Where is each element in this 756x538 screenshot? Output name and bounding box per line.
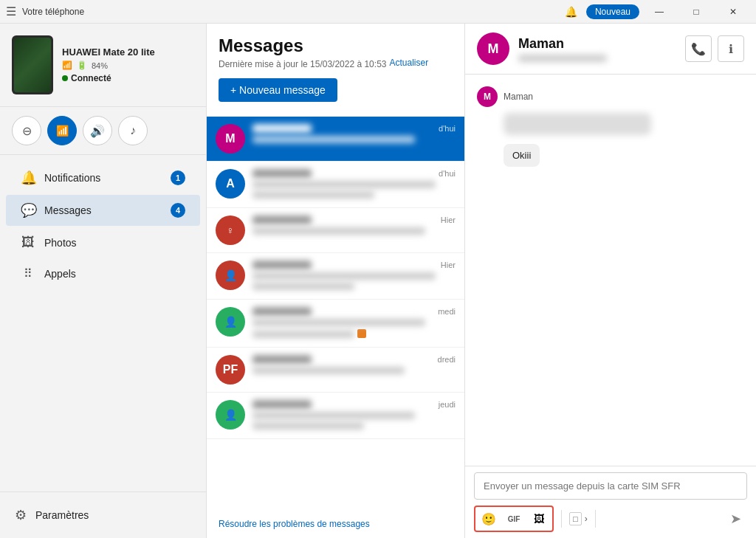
battery-icon: 🔋: [77, 61, 87, 70]
minimize-button[interactable]: —: [642, 0, 676, 24]
chat-toolbar: 🙂 GIF 🖼 □ › ➤: [474, 506, 747, 532]
conv-name-6: [252, 400, 312, 409]
conv-preview-4a: [252, 319, 425, 326]
hamburger-icon[interactable]: ☰: [6, 4, 16, 18]
messages-subtitle: Dernière mise à jour le 15/03/2022 à 10:…: [219, 59, 386, 69]
conv-time-4: medi: [438, 307, 456, 316]
chat-actions: 📞 ℹ: [685, 35, 744, 62]
connected-row: Connecté: [62, 73, 194, 83]
titlebar-right: 🔔 Nouveau — □ ✕: [565, 0, 750, 24]
conv-preview-6b: [252, 422, 364, 430]
conv-name-0: [252, 124, 312, 133]
appels-icon: ⠿: [21, 266, 35, 280]
actualiser-link[interactable]: Actualiser: [389, 58, 428, 68]
conversation-item-4[interactable]: 👤 medi: [207, 300, 464, 348]
messages-badge: 4: [171, 203, 185, 218]
conv-name-5: [252, 355, 312, 364]
tool-btn-group: 🙂 GIF 🖼: [474, 506, 554, 532]
msg-sender-name: Maman: [504, 92, 533, 102]
emoji-button[interactable]: 🙂: [477, 508, 501, 529]
titlebar: ☰ Votre téléphone 🔔 Nouveau — □ ✕: [0, 0, 756, 24]
sidebar-item-photos[interactable]: 🖼 Photos: [6, 227, 200, 258]
conversation-item-5[interactable]: PF dredi: [207, 348, 464, 393]
call-button[interactable]: 📞: [685, 35, 712, 62]
settings-item[interactable]: ⚙ Paramètres: [12, 501, 194, 529]
nouveau-button[interactable]: Nouveau: [586, 4, 639, 19]
signal-icon: 📶: [62, 61, 72, 70]
conv-preview-5: [252, 367, 405, 374]
restore-button[interactable]: □: [679, 0, 713, 24]
conv-preview-6a: [252, 412, 415, 419]
notifications-label: Notifications: [44, 172, 162, 184]
titlebar-left: ☰ Votre téléphone: [6, 4, 84, 18]
conversation-item-2[interactable]: ♀ Hier: [207, 208, 464, 253]
sim-selector[interactable]: □ ›: [569, 512, 588, 525]
message-group-0: M Maman: [477, 86, 744, 135]
msg-sender-avatar: M: [477, 86, 498, 107]
msg-sender-row-0: M Maman: [477, 86, 744, 107]
messages-label: Messages: [44, 204, 162, 216]
conv-time-0: d'hui: [439, 124, 456, 133]
conv-preview-4b: [252, 331, 354, 338]
app-body: HUAWEI Mate 20 lite 📶 🔋 84% Connecté ⊖ 📶…: [0, 24, 756, 538]
mute-button[interactable]: ⊖: [12, 116, 41, 145]
gif-button[interactable]: GIF: [502, 508, 526, 529]
send-button[interactable]: ➤: [724, 508, 747, 529]
conversation-item-3[interactable]: 👤 Hier: [207, 253, 464, 300]
volume-button[interactable]: 🔊: [83, 116, 112, 145]
conv-name-2: [252, 215, 312, 224]
settings-icon: ⚙: [15, 507, 27, 523]
chat-header: M Maman 📞 ℹ: [465, 24, 756, 75]
messages-title: Messages: [219, 35, 453, 56]
phone-status-row: 📶 🔋 84%: [62, 61, 194, 70]
conv-preview-1a: [252, 181, 436, 188]
conversation-item-6[interactable]: 👤 jeudi: [207, 393, 464, 439]
conv-time-2: Hier: [441, 215, 456, 224]
messages-subtitle-row: Dernière mise à jour le 15/03/2022 à 10:…: [219, 56, 453, 69]
close-button[interactable]: ✕: [716, 0, 750, 24]
messages-icon: 💬: [21, 202, 35, 218]
photos-label: Photos: [44, 237, 185, 249]
chat-input-area: 🙂 GIF 🖼 □ › ➤: [465, 466, 756, 538]
new-message-button[interactable]: + Nouveau message: [219, 78, 337, 102]
image-button[interactable]: 🖼: [527, 508, 551, 529]
sidebar-item-messages[interactable]: 💬 Messages 4: [6, 195, 200, 226]
conv-avatar-5: PF: [216, 355, 245, 384]
resolve-link[interactable]: Résoudre les problèmes de messages: [207, 510, 464, 538]
photos-icon: 🖼: [21, 235, 35, 250]
bell-icon[interactable]: 🔔: [565, 6, 577, 18]
conversation-item-0[interactable]: M d'hui: [207, 117, 464, 162]
controls: ⊖ 📶 🔊 ♪: [0, 107, 206, 155]
conv-avatar-3: 👤: [216, 261, 245, 290]
sidebar-item-appels[interactable]: ⠿ Appels: [6, 259, 200, 288]
msg-bubble-row-1: Okiii: [477, 144, 744, 167]
phone-name: HUAWEI Mate 20 lite: [62, 46, 194, 58]
connected-text: Connecté: [71, 73, 111, 83]
msg-bubble-0: [504, 113, 651, 135]
notifications-badge: 1: [171, 170, 185, 185]
message-input[interactable]: [474, 472, 747, 500]
chat-messages: M Maman Okiii: [465, 75, 756, 466]
phone-details: HUAWEI Mate 20 lite 📶 🔋 84% Connecté: [62, 46, 194, 83]
sidebar-bottom: ⚙ Paramètres: [0, 492, 206, 538]
conv-content-0: d'hui: [252, 124, 456, 145]
info-button[interactable]: ℹ: [718, 35, 744, 62]
sim-chevron: ›: [585, 514, 588, 524]
conv-time-1: d'hui: [439, 169, 456, 178]
conv-content-1: d'hui: [252, 169, 456, 200]
sidebar-item-notifications[interactable]: 🔔 Notifications 1: [6, 162, 200, 193]
conv-content-2: Hier: [252, 215, 456, 236]
music-button[interactable]: ♪: [118, 116, 148, 145]
conversation-list: M d'hui A d'hui: [207, 117, 464, 510]
conv-avatar-4: 👤: [216, 307, 245, 337]
toolbar-separator-2: [595, 510, 596, 528]
chat-subtitle: [518, 55, 607, 62]
conv-preview-3b: [252, 283, 354, 290]
message-group-1: Okiii: [477, 144, 744, 167]
app-title: Votre téléphone: [22, 7, 84, 17]
chat-avatar: M: [477, 32, 509, 65]
conversation-item-1[interactable]: A d'hui: [207, 162, 464, 208]
sidebar: HUAWEI Mate 20 lite 📶 🔋 84% Connecté ⊖ 📶…: [0, 24, 207, 538]
bluetooth-button[interactable]: 📶: [47, 116, 77, 145]
messages-panel: Messages Dernière mise à jour le 15/03/2…: [207, 24, 465, 538]
